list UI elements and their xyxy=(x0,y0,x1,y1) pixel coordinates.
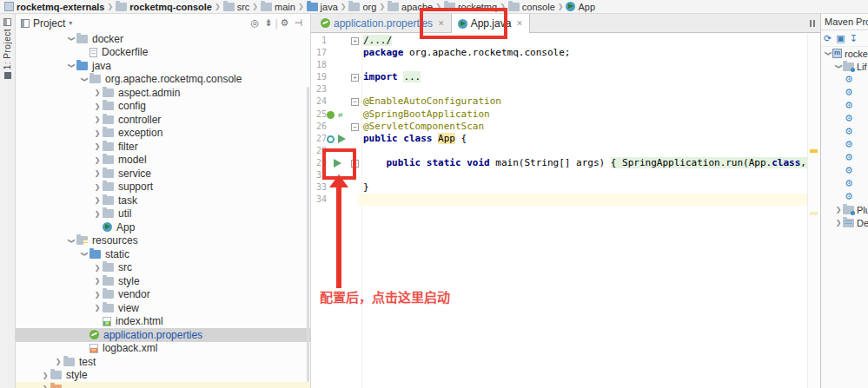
tree-item-style[interactable]: ❯style xyxy=(16,274,310,288)
collapse-all-icon[interactable]: ⇟ xyxy=(262,17,275,29)
code-line-24[interactable]: 24−@EnableAutoConfiguration xyxy=(311,95,808,108)
tree-item-docker[interactable]: ❯docker xyxy=(16,32,310,46)
tree-item-controller[interactable]: ❯controller xyxy=(16,113,310,127)
generate-sources-icon[interactable]: ▣ xyxy=(836,33,845,44)
code-line-32[interactable]: 32 xyxy=(311,169,808,181)
tree-item-logback-xml[interactable]: logback.xml xyxy=(16,342,310,356)
fold-marker[interactable]: + xyxy=(351,74,359,82)
chevron-right-icon[interactable]: ❯ xyxy=(92,142,103,150)
chevron-right-icon[interactable]: ❯ xyxy=(92,183,103,191)
editor-error-stripe[interactable] xyxy=(807,33,820,388)
chevron-right-icon[interactable]: ❯ xyxy=(92,277,103,285)
tree-item-java[interactable]: ❯java xyxy=(16,59,310,73)
chevron-down-icon[interactable]: ❯ xyxy=(81,249,89,260)
tree-item-filter[interactable]: ❯filter xyxy=(16,140,310,154)
maven-item-goal[interactable]: ⚙ xyxy=(821,151,868,164)
maven-item-goal[interactable]: ⚙ xyxy=(821,99,868,112)
maven-item-rocke[interactable]: ❯rocke xyxy=(821,47,868,60)
code-line-18[interactable]: 18 xyxy=(311,59,808,71)
chevron-right-icon[interactable]: ❯ xyxy=(40,372,50,379)
refresh-icon[interactable]: ⟳ xyxy=(824,33,832,44)
tree-item-vendor[interactable]: ❯vendor xyxy=(16,288,310,302)
tree-item-resources[interactable]: ❯resources xyxy=(16,234,310,248)
code-line-1[interactable]: 1+/.../ xyxy=(311,35,808,47)
chevron-right-icon[interactable]: ❯ xyxy=(92,210,103,218)
maven-item-goal[interactable]: ⚙ xyxy=(821,86,868,99)
stripe-mark[interactable] xyxy=(810,212,818,215)
chevron-right-icon[interactable]: ❯ xyxy=(92,129,103,137)
code-area[interactable]: 1+/.../17package org.apache.rocketmq.con… xyxy=(311,33,808,388)
hide-icon[interactable]: ⊣ xyxy=(291,17,305,29)
chevron-down-icon[interactable]: ❯ xyxy=(835,62,843,71)
chevron-right-icon[interactable]: ❯ xyxy=(834,219,843,227)
tree-item-org-apache-rocketmq-console[interactable]: ❯org.apache.rocketmq.console xyxy=(16,73,310,87)
chevron-right-icon[interactable]: ❯ xyxy=(834,206,843,214)
code-line-26[interactable]: 26−@ServletComponentScan xyxy=(311,121,808,133)
code-line-25[interactable]: 25⇄@SpringBootApplication xyxy=(311,109,808,121)
fold-marker[interactable]: + xyxy=(351,37,359,45)
code-line-28[interactable]: 28 xyxy=(311,145,808,157)
chevron-right-icon[interactable]: ❯ xyxy=(92,169,103,177)
chevron-down-icon[interactable]: ❯ xyxy=(68,61,76,71)
chevron-right-icon[interactable]: ❯ xyxy=(53,358,63,365)
breadcrumb-item-console[interactable]: console xyxy=(508,2,555,12)
code-line-29[interactable]: 29+ public static void main(String[] arg… xyxy=(311,157,808,169)
run-class-icon[interactable] xyxy=(327,135,335,143)
chevron-down-icon[interactable]: ▾ xyxy=(69,19,72,27)
code-line-27[interactable]: 27public class App { xyxy=(311,133,808,145)
breadcrumb-item-rocketmq-externals[interactable]: rocketmq-externals xyxy=(4,2,105,12)
tree-item-exception[interactable]: ❯exception xyxy=(16,127,310,141)
breadcrumb-item-rocketmq-console[interactable]: rocketmq-console xyxy=(116,2,212,12)
code-line-17[interactable]: 17package org.apache.rocketmq.console; xyxy=(311,47,808,59)
fold-marker[interactable]: − xyxy=(351,98,359,106)
code-line-19[interactable]: 19+import ... xyxy=(311,71,808,83)
maven-item-goal[interactable]: ⚙ xyxy=(821,164,868,177)
maven-item-de[interactable]: ❯De xyxy=(821,216,868,229)
maven-item-goal[interactable]: ⚙ xyxy=(821,138,868,151)
stripe-mark[interactable] xyxy=(810,149,818,153)
project-tool-window-button[interactable]: 1: Project xyxy=(3,18,12,79)
tree-item-support[interactable]: ❯support xyxy=(16,181,310,194)
chevron-right-icon[interactable]: ❯ xyxy=(92,196,103,204)
tree-item-task[interactable]: ❯task xyxy=(16,194,310,207)
maven-item-plu[interactable]: ❯Plu xyxy=(821,203,868,216)
settings-icon[interactable]: ⚙ xyxy=(278,17,292,29)
tree-item-item[interactable]: ❯ xyxy=(16,382,310,388)
breadcrumb-item-main[interactable]: main xyxy=(261,2,295,12)
tree-item-model[interactable]: ❯model xyxy=(16,154,310,168)
tree-item-static[interactable]: ❯static xyxy=(16,247,310,261)
tree-item-test[interactable]: ❯test xyxy=(16,355,310,369)
maven-item-lif[interactable]: ❯Lif xyxy=(821,60,868,73)
tree-item-app[interactable]: App xyxy=(16,220,310,234)
chevron-right-icon[interactable]: ❯ xyxy=(92,115,103,123)
chevron-down-icon[interactable]: ❯ xyxy=(825,49,832,58)
chevron-right-icon[interactable]: ❯ xyxy=(92,102,103,110)
chevron-down-icon[interactable]: ❯ xyxy=(81,74,89,84)
maven-item-goal[interactable]: ⚙ xyxy=(821,112,868,125)
tree-item-util[interactable]: ❯util xyxy=(16,207,310,221)
spring-bean-icon[interactable] xyxy=(327,111,335,119)
close-icon[interactable]: ✕ xyxy=(516,19,523,28)
tree-item-config[interactable]: ❯config xyxy=(16,100,310,114)
tree-item-dockerfile[interactable]: Dockerfile xyxy=(16,46,310,60)
tree-item-aspect-admin[interactable]: ❯aspect.admin xyxy=(16,86,310,100)
breadcrumb-item-org[interactable]: org xyxy=(348,2,376,12)
tree-item-service[interactable]: ❯service xyxy=(16,167,310,181)
tree-item-style[interactable]: ❯style xyxy=(16,369,310,383)
fold-marker[interactable]: − xyxy=(351,123,359,131)
run-icon[interactable] xyxy=(338,135,346,143)
tree-item-src[interactable]: ❯src xyxy=(16,261,310,275)
chevron-right-icon[interactable]: ❯ xyxy=(40,385,50,388)
download-sources-icon[interactable]: ↧ xyxy=(850,33,858,44)
chevron-right-icon[interactable]: ❯ xyxy=(92,156,103,164)
tree-item-index-html[interactable]: index.html xyxy=(16,315,310,329)
maven-item-goal[interactable]: ⚙ xyxy=(821,177,868,190)
chevron-right-icon[interactable]: ❯ xyxy=(92,89,103,96)
code-line-23[interactable]: 23 xyxy=(311,83,808,95)
code-line-34[interactable]: 34 xyxy=(311,194,808,206)
chevron-right-icon[interactable]: ❯ xyxy=(92,291,103,299)
chevron-down-icon[interactable]: ❯ xyxy=(68,34,76,44)
locate-icon[interactable]: ◎ xyxy=(248,17,262,29)
maven-item-goal[interactable]: ⚙ xyxy=(821,190,868,203)
tree-item-application-properties[interactable]: application.properties xyxy=(16,328,310,342)
